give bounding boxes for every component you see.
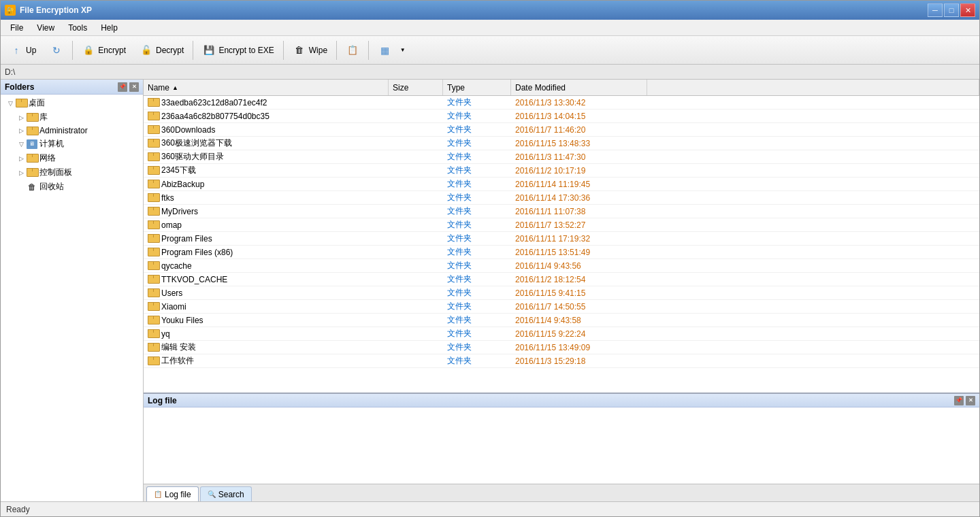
col-header-name[interactable]: Name ▲ bbox=[144, 80, 389, 95]
file-cell-type: 文件夹 bbox=[443, 341, 511, 354]
tree-item-computer[interactable]: ▽ 🖥 计算机 bbox=[1, 137, 143, 151]
folder-icon-desktop bbox=[16, 99, 27, 107]
tree-item-library[interactable]: ▷ 库 bbox=[1, 110, 143, 124]
tree-item-recycle[interactable]: ▷ 🗑 回收站 bbox=[1, 180, 143, 194]
expander-control[interactable]: ▷ bbox=[17, 169, 25, 177]
maximize-button[interactable]: □ bbox=[944, 3, 959, 17]
search-tab-label: Search bbox=[218, 490, 244, 499]
file-row[interactable]: 360极速浏览器下载文件夹2016/11/15 13:48:33 bbox=[144, 137, 979, 150]
file-row[interactable]: 360Downloads文件夹2016/11/7 11:46:20 bbox=[144, 123, 979, 137]
up-button[interactable]: Up bbox=[3, 39, 42, 62]
file-cell-name: Program Files (x86) bbox=[144, 246, 389, 258]
log-panel-close[interactable]: ✕ bbox=[966, 396, 975, 405]
tab-search[interactable]: 🔍 Search bbox=[200, 486, 252, 501]
close-button[interactable]: ✕ bbox=[960, 3, 975, 17]
file-row[interactable]: omap文件夹2016/11/7 13:52:27 bbox=[144, 218, 979, 232]
expander-computer[interactable]: ▽ bbox=[17, 140, 25, 148]
folder-icon bbox=[148, 288, 159, 297]
wipe-button[interactable]: Wipe bbox=[287, 39, 333, 62]
menu-view[interactable]: View bbox=[30, 22, 61, 34]
file-cell-name: Program Files bbox=[144, 232, 389, 245]
file-row[interactable]: 360驱动大师目录文件夹2016/11/3 11:47:30 bbox=[144, 150, 979, 164]
view-icon bbox=[346, 44, 359, 57]
expander-desktop[interactable]: ▽ bbox=[6, 99, 14, 107]
file-row[interactable]: TTKVOD_CACHE文件夹2016/11/2 18:12:54 bbox=[144, 273, 979, 286]
folder-icon bbox=[148, 139, 159, 148]
file-row[interactable]: 工作软件文件夹2016/11/3 15:29:18 bbox=[144, 354, 979, 368]
file-cell-size bbox=[389, 205, 443, 218]
folder-icon bbox=[148, 180, 159, 188]
folder-icon bbox=[148, 207, 159, 216]
main-content: Folders 📌 ✕ ▽ 桌面 ▷ bbox=[1, 80, 979, 501]
file-row[interactable]: Users文件夹2016/11/15 9:41:15 bbox=[144, 286, 979, 300]
tree-label-library: 库 bbox=[39, 112, 48, 123]
file-row[interactable]: Program Files (x86)文件夹2016/11/15 13:51:4… bbox=[144, 246, 979, 259]
file-row[interactable]: MyDrivers文件夹2016/11/1 11:07:38 bbox=[144, 205, 979, 218]
tree-item-desktop[interactable]: ▽ 桌面 bbox=[1, 96, 143, 110]
file-name-text: ftks bbox=[161, 193, 174, 203]
col-name-label: Name bbox=[148, 83, 169, 93]
file-cell-type: 文件夹 bbox=[443, 327, 511, 340]
file-name-text: 360Downloads bbox=[161, 125, 215, 135]
separator-1 bbox=[72, 41, 73, 60]
refresh-button[interactable] bbox=[44, 39, 69, 62]
file-row[interactable]: 2345下载文件夹2016/11/2 10:17:19 bbox=[144, 164, 979, 178]
pc-icon-computer: 🖥 bbox=[27, 139, 37, 149]
encrypt-button[interactable]: Encrypt bbox=[76, 39, 132, 62]
tree-label-admin: Administrator bbox=[39, 126, 88, 135]
file-row[interactable]: qycache文件夹2016/11/4 9:43:56 bbox=[144, 259, 979, 273]
col-date-label: Date Modified bbox=[515, 83, 566, 93]
file-name-text: omap bbox=[161, 220, 182, 230]
minimize-button[interactable]: ─ bbox=[928, 3, 943, 17]
file-cell-type: 文件夹 bbox=[443, 232, 511, 245]
file-row[interactable]: ftks文件夹2016/11/14 17:30:36 bbox=[144, 191, 979, 205]
file-name-text: qycache bbox=[161, 261, 192, 271]
view-button[interactable] bbox=[340, 39, 365, 62]
folder-panel-close[interactable]: ✕ bbox=[129, 82, 139, 92]
expander-library[interactable]: ▷ bbox=[17, 114, 25, 122]
file-cell-name: 33aedba623c12d8a071ec4f2 bbox=[144, 96, 389, 109]
tab-log[interactable]: 📋 Log file bbox=[146, 486, 199, 501]
menu-file[interactable]: File bbox=[3, 22, 30, 34]
menu-help[interactable]: Help bbox=[94, 22, 125, 34]
col-header-size[interactable]: Size bbox=[389, 80, 443, 95]
log-panel-pin[interactable]: 📌 bbox=[954, 396, 964, 405]
file-row[interactable]: yq文件夹2016/11/15 9:22:24 bbox=[144, 327, 979, 341]
file-row[interactable]: Xiaomi文件夹2016/11/7 14:50:55 bbox=[144, 300, 979, 314]
encrypt-exe-button[interactable]: Encrypt to EXE bbox=[196, 39, 280, 62]
file-row[interactable]: AbizBackup文件夹2016/11/14 11:19:45 bbox=[144, 178, 979, 191]
tree-label-control: 控制面板 bbox=[39, 167, 72, 178]
title-bar-left: 🔐 File Encryption XP bbox=[5, 5, 92, 16]
decrypt-button[interactable]: Decrypt bbox=[133, 39, 190, 62]
tree-item-network[interactable]: ▷ 网络 bbox=[1, 151, 143, 165]
col-header-date[interactable]: Date Modified bbox=[511, 80, 647, 95]
file-row[interactable]: 编辑 安装文件夹2016/11/15 13:49:09 bbox=[144, 341, 979, 354]
folder-icon bbox=[148, 98, 159, 107]
file-cell-size bbox=[389, 191, 443, 204]
file-row[interactable]: Youku Files文件夹2016/11/4 9:43:58 bbox=[144, 314, 979, 327]
tree-item-control[interactable]: ▷ 控制面板 bbox=[1, 165, 143, 180]
file-cell-size bbox=[389, 232, 443, 245]
file-row[interactable]: 236aa4a6c82b807754d0bc35文件夹2016/11/3 14:… bbox=[144, 110, 979, 123]
file-cell-date: 2016/11/11 17:19:32 bbox=[511, 232, 647, 245]
file-cell-name: 360Downloads bbox=[144, 123, 389, 136]
menu-tools[interactable]: Tools bbox=[61, 22, 94, 34]
folder-icon bbox=[148, 152, 159, 161]
col-header-type[interactable]: Type bbox=[443, 80, 511, 95]
address-bar: D:\ bbox=[1, 65, 979, 80]
folder-panel-pin[interactable]: 📌 bbox=[118, 82, 127, 92]
expander-network[interactable]: ▷ bbox=[17, 154, 25, 163]
file-cell-name: Xiaomi bbox=[144, 300, 389, 313]
wipe-icon bbox=[293, 44, 306, 57]
grid-button[interactable] bbox=[372, 39, 397, 62]
title-buttons: ─ □ ✕ bbox=[928, 3, 975, 17]
tree-item-admin[interactable]: ▷ Administrator bbox=[1, 124, 143, 137]
grid-dropdown-button[interactable]: ▼ bbox=[399, 39, 407, 62]
file-row[interactable]: Program Files文件夹2016/11/11 17:19:32 bbox=[144, 232, 979, 246]
file-cell-date: 2016/11/14 17:30:36 bbox=[511, 191, 647, 204]
file-cell-name: 编辑 安装 bbox=[144, 341, 389, 354]
file-name-text: yq bbox=[161, 329, 170, 339]
grid-icon bbox=[378, 44, 391, 57]
file-row[interactable]: 33aedba623c12d8a071ec4f2文件夹2016/11/3 13:… bbox=[144, 96, 979, 110]
expander-admin[interactable]: ▷ bbox=[17, 127, 25, 135]
